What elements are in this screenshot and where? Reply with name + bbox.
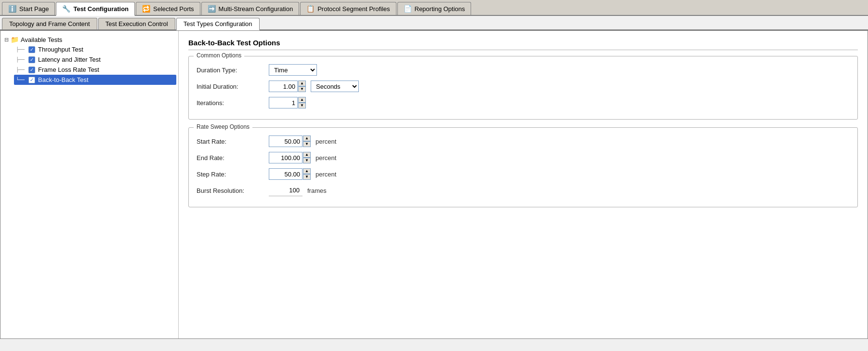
tree-item-frame-loss[interactable]: ├── ✓ Frame Loss Rate Test: [14, 65, 176, 75]
iterations-label: Iterations:: [197, 99, 264, 107]
protocol-segment-icon: 📋: [306, 5, 315, 13]
common-options-title: Common Options: [194, 52, 244, 59]
initial-duration-up-btn[interactable]: ▲: [298, 81, 306, 86]
common-options-group: Common Options Duration Type: Time Frame…: [188, 56, 858, 120]
start-page-icon: ℹ️: [8, 5, 16, 13]
iterations-row: Iterations: ▲ ▼: [197, 97, 850, 108]
start-rate-up-btn[interactable]: ▲: [303, 135, 311, 141]
initial-duration-down-btn[interactable]: ▼: [298, 86, 306, 92]
tree-connector-1: ├──: [16, 47, 25, 52]
end-rate-down-btn[interactable]: ▼: [303, 158, 311, 163]
test-config-icon: 🔧: [62, 5, 70, 13]
checkbox-throughput[interactable]: ✓: [28, 46, 35, 53]
start-rate-spinner: ▲ ▼: [269, 135, 311, 147]
checkbox-latency[interactable]: ✓: [28, 56, 35, 63]
end-rate-unit: percent: [316, 154, 336, 162]
step-rate-up-btn[interactable]: ▲: [303, 168, 311, 174]
duration-type-select[interactable]: Time Frames: [269, 64, 317, 76]
config-panel: Back-to-Back Test Options Common Options…: [179, 31, 868, 338]
end-rate-label: End Rate:: [197, 154, 264, 162]
subtab-test-types-label: Test Types Configuration: [184, 20, 252, 27]
burst-resolution-input[interactable]: [269, 185, 302, 196]
subtab-test-types[interactable]: Test Types Configuration: [176, 18, 260, 30]
initial-duration-row: Initial Duration: ▲ ▼ Seconds Minutes: [197, 81, 850, 92]
subtab-topology[interactable]: Topology and Frame Content: [2, 18, 97, 29]
step-rate-input[interactable]: [269, 168, 302, 180]
duration-type-row: Duration Type: Time Frames: [197, 64, 850, 76]
tree-connector-3: ├──: [16, 67, 25, 72]
tree-item-back-to-back-label: Back-to-Back Test: [38, 76, 89, 83]
start-rate-row: Start Rate: ▲ ▼ percent: [197, 135, 850, 147]
top-tab-bar: ℹ️ Start Page 🔧 Test Configuration 🔁 Sel…: [0, 0, 868, 16]
tab-test-configuration[interactable]: 🔧 Test Configuration: [56, 2, 135, 16]
rate-sweep-title: Rate Sweep Options: [194, 123, 252, 130]
initial-duration-spinner-buttons: ▲ ▼: [298, 81, 306, 92]
tree-children: ├── ✓ Throughput Test ├── ✓ Latency and …: [14, 44, 176, 85]
start-rate-spinner-buttons: ▲ ▼: [303, 135, 311, 147]
step-rate-spinner: ▲ ▼: [269, 168, 311, 180]
start-rate-unit: percent: [316, 138, 336, 145]
subtab-topology-label: Topology and Frame Content: [9, 20, 90, 27]
tree-root[interactable]: ⊟ 📁 Available Tests: [2, 35, 176, 44]
end-rate-spinner: ▲ ▼: [269, 152, 311, 163]
burst-resolution-unit: frames: [307, 187, 327, 194]
iterations-input[interactable]: [269, 97, 298, 108]
tab-multi-stream[interactable]: ➡️ Multi-Stream Configuration: [201, 2, 300, 15]
step-rate-spinner-buttons: ▲ ▼: [303, 168, 311, 180]
subtab-test-execution[interactable]: Test Execution Control: [98, 18, 175, 29]
end-rate-up-btn[interactable]: ▲: [303, 152, 311, 158]
tree-item-back-to-back[interactable]: └── ✓ Back-to-Back Test: [14, 75, 176, 85]
checkbox-frame-loss[interactable]: ✓: [28, 67, 35, 73]
tab-start-page-label: Start Page: [19, 5, 49, 13]
tree-item-frame-loss-label: Frame Loss Rate Test: [38, 66, 99, 73]
tab-selected-ports-label: Selected Ports: [153, 5, 194, 13]
selected-ports-icon: 🔁: [142, 5, 150, 13]
start-rate-input[interactable]: [269, 135, 302, 147]
iterations-up-btn[interactable]: ▲: [298, 97, 306, 103]
iterations-spinner: ▲ ▼: [269, 97, 306, 108]
tab-protocol-segment[interactable]: 📋 Protocol Segment Profiles: [300, 2, 396, 15]
step-rate-label: Step Rate:: [197, 171, 264, 178]
end-rate-input[interactable]: [269, 152, 302, 163]
step-rate-down-btn[interactable]: ▼: [303, 174, 311, 180]
multi-stream-icon: ➡️: [208, 5, 216, 13]
config-title: Back-to-Back Test Options: [188, 39, 858, 50]
step-rate-row: Step Rate: ▲ ▼ percent: [197, 168, 850, 180]
start-rate-label: Start Rate:: [197, 138, 264, 145]
reporting-options-icon: 📄: [404, 5, 412, 13]
checkbox-back-to-back[interactable]: ✓: [28, 77, 35, 83]
burst-resolution-label: Burst Resolution:: [197, 187, 264, 194]
folder-icon: 📁: [11, 36, 19, 43]
burst-resolution-row: Burst Resolution: frames: [197, 185, 850, 196]
duration-type-label: Duration Type:: [197, 67, 264, 74]
initial-duration-input[interactable]: [269, 81, 298, 92]
tab-reporting-options[interactable]: 📄 Reporting Options: [397, 2, 472, 15]
iterations-spinner-buttons: ▲ ▼: [298, 97, 306, 108]
tree-connector-4: └──: [16, 77, 25, 82]
end-rate-row: End Rate: ▲ ▼ percent: [197, 152, 850, 163]
initial-duration-label: Initial Duration:: [197, 83, 264, 90]
tab-start-page[interactable]: ℹ️ Start Page: [2, 2, 55, 15]
initial-duration-unit-select[interactable]: Seconds Minutes: [311, 81, 359, 92]
rate-sweep-group: Rate Sweep Options Start Rate: ▲ ▼ perce…: [188, 127, 858, 207]
end-rate-spinner-buttons: ▲ ▼: [303, 152, 311, 163]
step-rate-unit: percent: [316, 171, 336, 178]
tree-item-latency-label: Latency and Jitter Test: [38, 56, 101, 63]
tab-test-configuration-label: Test Configuration: [73, 5, 129, 13]
tree-item-throughput-label: Throughput Test: [38, 46, 83, 53]
tree-panel: ⊟ 📁 Available Tests ├── ✓ Throughput Tes…: [0, 31, 179, 338]
initial-duration-spinner: ▲ ▼: [269, 81, 306, 92]
tab-selected-ports[interactable]: 🔁 Selected Ports: [136, 2, 200, 15]
tab-multi-stream-label: Multi-Stream Configuration: [219, 5, 293, 13]
tab-reporting-options-label: Reporting Options: [415, 5, 465, 13]
subtab-test-execution-label: Test Execution Control: [105, 20, 168, 27]
tree-collapse-icon[interactable]: ⊟: [4, 37, 9, 43]
tree-connector-2: ├──: [16, 57, 25, 62]
tree-item-throughput[interactable]: ├── ✓ Throughput Test: [14, 44, 176, 54]
main-content: ⊟ 📁 Available Tests ├── ✓ Throughput Tes…: [0, 30, 868, 339]
sub-tab-bar: Topology and Frame Content Test Executio…: [0, 16, 868, 30]
iterations-down-btn[interactable]: ▼: [298, 103, 306, 108]
start-rate-down-btn[interactable]: ▼: [303, 141, 311, 147]
tree-root-label: Available Tests: [21, 36, 62, 43]
tree-item-latency[interactable]: ├── ✓ Latency and Jitter Test: [14, 54, 176, 65]
